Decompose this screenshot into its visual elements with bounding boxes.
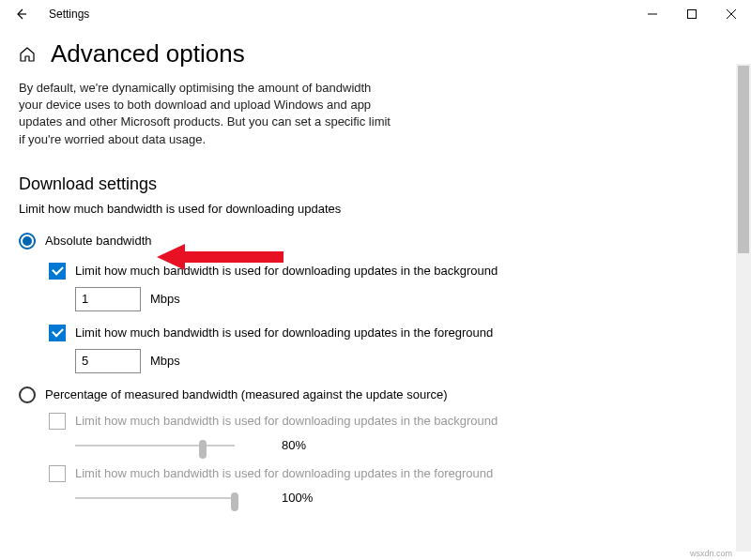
back-button[interactable]: [8, 1, 34, 27]
maximize-icon: [687, 9, 697, 19]
check-fg-absolute[interactable]: [49, 325, 66, 341]
slider-bg-percentage: [75, 437, 235, 454]
radio-percentage-row: Percentage of measured bandwidth (measur…: [19, 386, 732, 403]
content-area: By default, we're dynamically optimising…: [0, 76, 751, 560]
titlebar: Settings: [0, 0, 751, 28]
svg-rect-2: [688, 10, 697, 19]
check-fg-pct-row: Limit how much bandwidth is used for dow…: [19, 465, 732, 482]
check-fg-abs-row: Limit how much bandwidth is used for dow…: [19, 325, 732, 341]
home-icon[interactable]: [19, 46, 36, 63]
input-bg-absolute-row: Mbps: [19, 287, 732, 311]
check-bg-absolute-label: Limit how much bandwidth is used for dow…: [75, 264, 498, 278]
radio-absolute[interactable]: [19, 233, 36, 250]
window-title: Settings: [49, 8, 89, 21]
minimize-icon: [648, 9, 657, 19]
slider-bg-value: 80%: [282, 438, 306, 452]
back-arrow-icon: [14, 8, 27, 21]
section-subtitle: Limit how much bandwidth is used for dow…: [19, 202, 732, 216]
page-header: Advanced options: [0, 28, 751, 76]
slider-fg-value: 100%: [282, 491, 313, 505]
section-title: Download settings: [19, 174, 732, 194]
minimize-button[interactable]: [633, 1, 672, 27]
check-fg-percentage-label: Limit how much bandwidth is used for dow…: [75, 466, 493, 480]
close-icon: [727, 9, 736, 19]
scrollbar[interactable]: [736, 64, 751, 552]
slider-fg-row: 100%: [19, 490, 732, 507]
input-fg-absolute-row: Mbps: [19, 349, 732, 373]
check-fg-absolute-label: Limit how much bandwidth is used for dow…: [75, 325, 493, 340]
page-description: By default, we're dynamically optimising…: [19, 80, 394, 148]
check-bg-absolute[interactable]: [49, 263, 66, 280]
input-fg-absolute[interactable]: [75, 349, 141, 373]
check-fg-percentage: [49, 465, 66, 482]
check-bg-abs-row: Limit how much bandwidth is used for dow…: [19, 263, 732, 280]
page-title: Advanced options: [51, 39, 245, 68]
watermark: wsxdn.com: [690, 549, 732, 558]
check-bg-percentage-label: Limit how much bandwidth is used for dow…: [75, 414, 498, 428]
scrollbar-thumb[interactable]: [738, 66, 749, 253]
radio-absolute-row: Absolute bandwidth: [19, 233, 732, 250]
check-bg-percentage: [49, 413, 66, 430]
input-bg-absolute[interactable]: [75, 287, 141, 311]
maximize-button[interactable]: [672, 1, 712, 27]
unit-fg-absolute: Mbps: [150, 354, 180, 368]
slider-fg-percentage: [75, 490, 235, 507]
check-bg-pct-row: Limit how much bandwidth is used for dow…: [19, 413, 732, 430]
close-button[interactable]: [712, 1, 751, 27]
radio-percentage-label: Percentage of measured bandwidth (measur…: [45, 387, 448, 401]
radio-percentage[interactable]: [19, 386, 36, 403]
radio-absolute-label: Absolute bandwidth: [45, 234, 151, 248]
unit-bg-absolute: Mbps: [150, 292, 180, 306]
slider-bg-row: 80%: [19, 437, 732, 454]
